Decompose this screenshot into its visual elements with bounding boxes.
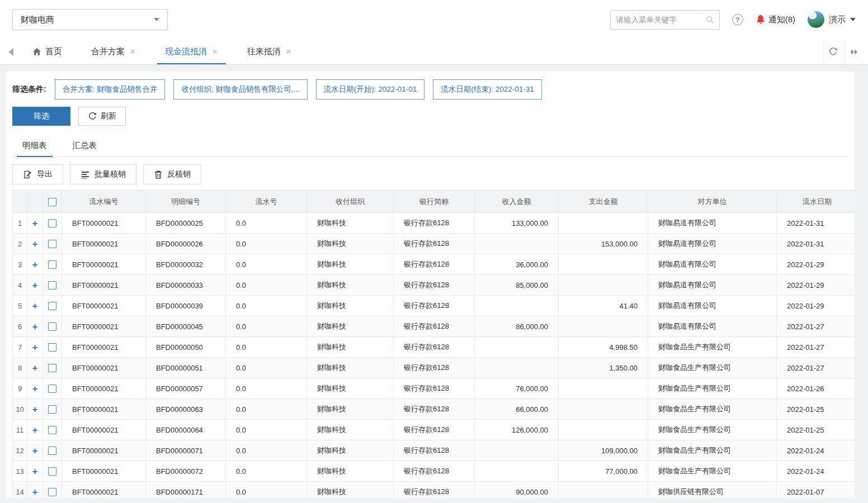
close-icon[interactable]: ✕	[130, 48, 136, 56]
filter-chip-org[interactable]: 收付组织: 财咖食品销售有限公司,...	[173, 79, 308, 99]
help-button[interactable]: ?	[732, 14, 743, 25]
table-row[interactable]: 4+BFT00000021BFD000000330.0财咖科技银行存款61288…	[13, 275, 855, 296]
filter-chip-merge-plan[interactable]: 合并方案: 财咖食品销售合并	[55, 79, 166, 99]
menu-search-box[interactable]	[610, 10, 720, 30]
reverse-writeoff-button[interactable]: 反核销	[143, 164, 201, 184]
expand-row-icon[interactable]: +	[32, 383, 38, 394]
cell-detail-no: BFD00000171	[146, 482, 226, 498]
column-header-2[interactable]: 流水号	[226, 191, 307, 213]
tab-transaction-elimination[interactable]: 往来抵消 ✕	[233, 39, 306, 64]
search-input[interactable]	[616, 16, 705, 24]
cell-org: 财咖科技	[307, 420, 394, 440]
checkbox-cell	[43, 420, 62, 440]
table-row[interactable]: 2+BFT00000021BFD000000260.0财咖科技银行存款61281…	[13, 234, 855, 254]
expand-row-icon[interactable]: +	[32, 321, 38, 332]
user-menu[interactable]: 演示	[808, 11, 856, 28]
refresh-icon	[88, 112, 97, 121]
top-bar: 财咖电商 ? 通知(8) 演	[0, 0, 868, 39]
column-header-3[interactable]: 收付组织	[307, 191, 394, 213]
column-header-5[interactable]: 收入金额	[475, 191, 559, 213]
column-header-7[interactable]: 对方单位	[648, 191, 777, 213]
column-header-4[interactable]: 银行简称	[394, 191, 475, 213]
row-checkbox[interactable]	[48, 405, 56, 414]
expand-row-icon[interactable]: +	[32, 363, 38, 373]
row-checkbox[interactable]	[48, 322, 56, 331]
cell-bank: 银行存款6128	[394, 337, 475, 358]
row-number: 1	[13, 213, 27, 234]
cell-bank: 银行存款6128	[394, 296, 475, 316]
tab-detail-table[interactable]: 明细表	[12, 136, 57, 156]
row-checkbox[interactable]	[48, 364, 56, 372]
column-header-6[interactable]: 支出金额	[559, 191, 648, 213]
row-checkbox[interactable]	[48, 426, 56, 434]
table-row[interactable]: 1+BFT00000021BFD000000250.0财咖科技银行存款61281…	[13, 213, 855, 234]
close-icon[interactable]: ✕	[212, 48, 218, 56]
table-row[interactable]: 5+BFT00000021BFD000000390.0财咖科技银行存款61284…	[13, 296, 855, 316]
row-checkbox[interactable]	[48, 467, 56, 476]
notification-button[interactable]: 通知(8)	[756, 15, 795, 25]
tabs-more-button[interactable]	[845, 39, 864, 64]
column-header-0[interactable]: 流水编号	[62, 191, 146, 213]
refresh-button[interactable]: 刷新	[78, 107, 126, 126]
cell-counterparty: 财咖食品生产有限公司	[648, 337, 777, 358]
tab-summary-table[interactable]: 汇总表	[63, 136, 107, 156]
row-checkbox[interactable]	[48, 447, 56, 455]
select-all-checkbox[interactable]	[48, 198, 56, 206]
table-row[interactable]: 13+BFT00000021BFD000000720.0财咖科技银行存款6128…	[13, 461, 855, 482]
table-row[interactable]: 11+BFT00000021BFD000000640.0财咖科技银行存款6128…	[13, 420, 855, 440]
cell-counterparty: 财咖食品生产有限公司	[648, 358, 777, 378]
expand-row-icon[interactable]: +	[32, 259, 38, 270]
expand-row-icon[interactable]: +	[32, 280, 38, 291]
expand-row-icon[interactable]: +	[32, 487, 38, 497]
table-row[interactable]: 10+BFT00000021BFD000000630.0财咖科技银行存款6128…	[13, 399, 855, 420]
row-checkbox[interactable]	[48, 488, 56, 496]
table-row[interactable]: 12+BFT00000021BFD000000710.0财咖科技银行存款6128…	[13, 440, 855, 461]
filter-conditions-row: 筛选条件: 合并方案: 财咖食品销售合并 收付组织: 财咖食品销售有限公司,..…	[12, 79, 848, 99]
column-header-1[interactable]: 明细编号	[146, 191, 226, 213]
expand-row-icon[interactable]: +	[32, 342, 38, 353]
table-row[interactable]: 3+BFT00000021BFD000000320.0财咖科技银行存款61283…	[13, 254, 855, 275]
tab-home[interactable]: 首页	[18, 39, 77, 64]
refresh-tab-button[interactable]	[823, 39, 842, 64]
tab-cashflow-elimination[interactable]: 现金流抵消 ✕	[150, 39, 233, 64]
cell-bank: 银行存款6128	[394, 234, 475, 254]
filter-chip-date-end[interactable]: 流水日期(结束): 2022-01-31	[433, 79, 542, 99]
cell-org: 财咖科技	[307, 482, 394, 498]
tabs-scroll-left-button[interactable]	[3, 39, 18, 64]
app-selector-dropdown[interactable]: 财咖电商	[12, 9, 168, 30]
expand-row-icon[interactable]: +	[32, 239, 38, 249]
expand-row-icon[interactable]: +	[32, 218, 38, 229]
close-icon[interactable]: ✕	[286, 48, 292, 56]
export-button[interactable]: 导出	[12, 164, 63, 184]
cell-serial-no: 0.0	[226, 440, 307, 461]
row-checkbox[interactable]	[48, 343, 56, 352]
refresh-icon	[828, 47, 838, 56]
expand-row-icon[interactable]: +	[32, 445, 38, 456]
row-checkbox[interactable]	[48, 260, 56, 269]
table-row[interactable]: 6+BFT00000021BFD000000450.0财咖科技银行存款61288…	[13, 316, 855, 337]
table-row[interactable]: 8+BFT00000021BFD000000510.0财咖科技银行存款61281…	[13, 358, 855, 378]
cell-counterparty: 财咖食品生产有限公司	[648, 461, 777, 482]
tab-merge-plan[interactable]: 合并方案 ✕	[77, 39, 150, 64]
column-header-8[interactable]: 流水日期	[777, 191, 855, 213]
expand-row-icon[interactable]: +	[32, 301, 38, 311]
cell-date: 2022-01-27	[777, 316, 855, 337]
filter-button[interactable]: 筛选	[12, 107, 70, 126]
checkbox-cell	[43, 234, 62, 254]
row-checkbox[interactable]	[48, 281, 56, 290]
expand-row-icon[interactable]: +	[32, 404, 38, 415]
row-checkbox[interactable]	[48, 385, 56, 393]
cell-bank: 银行存款6128	[394, 461, 475, 482]
row-checkbox[interactable]	[48, 302, 56, 310]
row-checkbox[interactable]	[48, 219, 56, 227]
table-row[interactable]: 14+BFT00000021BFD000001710.0财咖科技银行存款6128…	[13, 482, 855, 498]
filter-chip-date-start[interactable]: 流水日期(开始): 2022-01-01	[316, 79, 425, 99]
expand-row-icon[interactable]: +	[32, 425, 38, 435]
batch-writeoff-button[interactable]: 批量核销	[70, 164, 136, 184]
checkbox-cell	[43, 337, 62, 358]
row-number: 10	[13, 399, 27, 420]
row-checkbox[interactable]	[48, 240, 56, 248]
table-row[interactable]: 9+BFT00000021BFD000000570.0财咖科技银行存款61287…	[13, 378, 855, 399]
expand-row-icon[interactable]: +	[32, 466, 38, 477]
table-row[interactable]: 7+BFT00000021BFD000000500.0财咖科技银行存款61284…	[13, 337, 855, 358]
